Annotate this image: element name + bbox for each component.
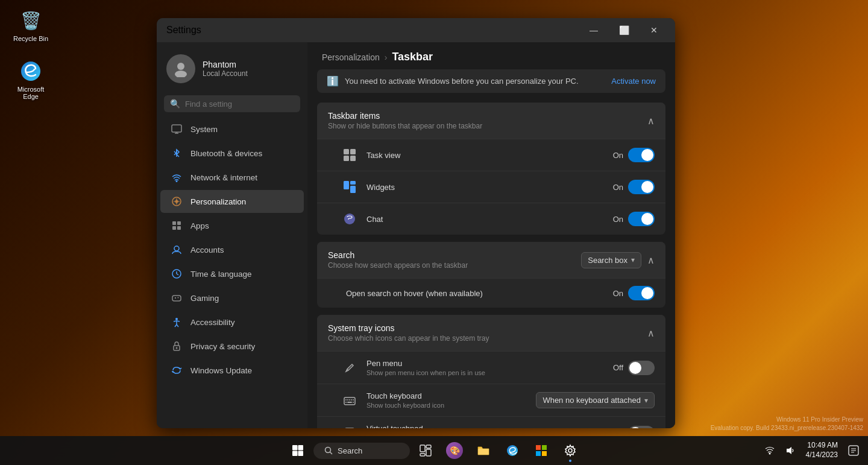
breadcrumb-parent[interactable]: Personalization: [322, 52, 380, 62]
pen-menu-toggle[interactable]: [628, 361, 655, 375]
activation-text: You need to activate Windows before you …: [345, 77, 605, 86]
sidebar: Phantom Local Account 🔍 System: [157, 42, 307, 428]
chat-state: On: [613, 215, 623, 224]
widgets-icon: [341, 179, 358, 195]
close-button[interactable]: ✕: [640, 21, 668, 40]
task-view-toggle-knob: [641, 149, 653, 161]
task-view-icon: [341, 147, 358, 163]
sidebar-item-accounts[interactable]: Accounts: [160, 238, 304, 261]
svg-rect-59: [542, 445, 547, 450]
widgets-toggle[interactable]: [628, 180, 655, 194]
taskbar-file-explorer[interactable]: [470, 437, 497, 464]
svg-rect-48: [292, 451, 298, 457]
svg-rect-60: [536, 451, 541, 456]
privacy-icon: [170, 340, 183, 353]
task-view-toggle[interactable]: [628, 148, 655, 162]
open-search-toggle-knob: [641, 287, 653, 299]
pen-menu-info: Pen menu Show pen menu icon when pen is …: [366, 359, 605, 376]
taskbar-search-bar[interactable]: Search: [313, 443, 410, 459]
svg-rect-12: [172, 226, 176, 230]
svg-point-32: [344, 214, 355, 224]
touch-keyboard-label: Touch keyboard: [366, 391, 527, 400]
svg-point-24: [176, 347, 178, 349]
sidebar-item-apps[interactable]: Apps: [160, 214, 304, 237]
sidebar-item-personalization[interactable]: Personalization: [160, 190, 304, 213]
taskbar-task-view[interactable]: [412, 437, 439, 464]
sidebar-item-privacy[interactable]: Privacy & security: [160, 335, 304, 358]
start-button[interactable]: [285, 437, 311, 464]
tray-volume-icon[interactable]: [781, 441, 800, 460]
open-search-toggle[interactable]: [628, 286, 655, 300]
search-section: Search Choose how search appears on the …: [317, 242, 665, 308]
taskbar-store-btn[interactable]: [528, 437, 555, 464]
taskbar-items-header[interactable]: Taskbar items Show or hide buttons that …: [317, 103, 665, 139]
touch-keyboard-row: Touch keyboard Show touch keyboard icon …: [317, 384, 665, 416]
chat-toggle[interactable]: [628, 212, 655, 226]
microsoft-edge-icon[interactable]: MicrosoftEdge: [11, 57, 51, 103]
task-view-info: Task view: [366, 151, 605, 160]
task-view-control: On: [613, 148, 655, 162]
profile-name: Phantom: [203, 60, 248, 69]
system-tray-header-left: System tray icons Choose which icons can…: [328, 323, 489, 343]
chat-row: Chat On: [317, 203, 665, 235]
touch-keyboard-dropdown[interactable]: When no keyboard attached ▾: [536, 392, 655, 408]
sidebar-search-box[interactable]: 🔍: [164, 95, 300, 112]
search-dropdown[interactable]: Search box ▾: [581, 252, 641, 268]
windows-version: Windows 11 Pro Insider Preview Evaluatio…: [711, 416, 863, 432]
sidebar-search-input[interactable]: [185, 100, 294, 109]
sidebar-item-network[interactable]: Network & internet: [160, 166, 304, 189]
notification-center-icon[interactable]: [844, 441, 863, 460]
desktop-icons: 🗑️ Recycle Bin MicrosoftEdge: [11, 6, 51, 103]
task-view-state: On: [613, 151, 623, 160]
svg-rect-27: [344, 156, 349, 161]
maximize-button[interactable]: ⬜: [610, 21, 638, 40]
sidebar-item-system[interactable]: System: [160, 118, 304, 141]
search-header-left: Search Choose how search appears on the …: [328, 250, 468, 270]
system-tray-header[interactable]: System tray icons Choose which icons can…: [317, 315, 665, 351]
sidebar-item-time[interactable]: Time & language: [160, 262, 304, 285]
chat-label: Chat: [366, 215, 605, 224]
minimize-button[interactable]: —: [580, 21, 608, 40]
open-search-hover-info: Open search on hover (when available): [341, 289, 605, 298]
sidebar-item-bluetooth[interactable]: Bluetooth & devices: [160, 142, 304, 165]
svg-rect-25: [344, 149, 349, 154]
taskbar-items-subtitle: Show or hide buttons that appear on the …: [328, 122, 482, 130]
widgets-state: On: [613, 183, 623, 192]
edge-img: [19, 59, 43, 83]
sidebar-item-gaming[interactable]: Gaming: [160, 286, 304, 309]
sidebar-label-privacy: Privacy & security: [190, 342, 255, 351]
svg-line-51: [330, 452, 333, 455]
virtual-touchpad-toggle-knob: [629, 427, 641, 429]
pen-menu-row: Pen menu Show pen menu icon when pen is …: [317, 351, 665, 384]
personalization-icon: [170, 195, 183, 208]
virtual-touchpad-row: Virtual touchpad Always show virtual tou…: [317, 416, 665, 428]
profile-info: Phantom Local Account: [203, 60, 248, 78]
sidebar-item-accessibility[interactable]: Accessibility: [160, 311, 304, 334]
taskbar-avatar-btn[interactable]: 🎨: [441, 437, 468, 464]
chat-control: On: [613, 212, 655, 226]
profile-section[interactable]: Phantom Local Account: [157, 47, 307, 93]
tray-network-icon[interactable]: [760, 441, 779, 460]
avatar: [166, 54, 195, 83]
sidebar-label-bluetooth: Bluetooth & devices: [190, 149, 262, 158]
clock-area[interactable]: 10:49 AM 4/14/2023: [802, 441, 841, 460]
svg-rect-58: [536, 445, 541, 450]
virtual-touchpad-toggle[interactable]: [628, 426, 655, 429]
taskbar-edge-btn[interactable]: [499, 437, 526, 464]
recycle-bin-icon[interactable]: 🗑️ Recycle Bin: [11, 6, 51, 45]
settings-window: Settings — ⬜ ✕ Phantom Local Account: [157, 18, 675, 428]
svg-rect-55: [420, 454, 425, 456]
svg-line-17: [177, 274, 178, 275]
widgets-control: On: [613, 180, 655, 194]
search-section-header[interactable]: Search Choose how search appears on the …: [317, 242, 665, 278]
activate-now-link[interactable]: Activate now: [611, 77, 656, 86]
taskbar-settings-btn[interactable]: [557, 437, 583, 464]
sidebar-item-update[interactable]: Windows Update: [160, 359, 304, 382]
bluetooth-icon: [170, 147, 183, 160]
taskbar-right: 10:49 AM 4/14/2023: [760, 441, 868, 460]
search-header-right: Search box ▾ ∧: [581, 252, 655, 268]
svg-marker-64: [787, 447, 791, 454]
sidebar-label-time: Time & language: [190, 270, 252, 279]
chat-info: Chat: [366, 215, 605, 224]
svg-line-33: [347, 369, 348, 370]
